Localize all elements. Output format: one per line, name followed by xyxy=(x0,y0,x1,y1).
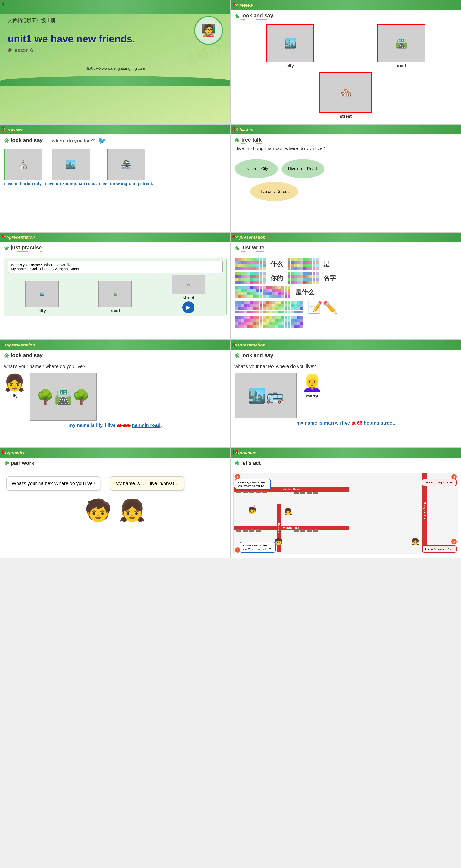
clover-icon-4: ❀ xyxy=(235,137,240,144)
girl-figure: 👧 xyxy=(119,498,146,523)
where-question: where do you live? xyxy=(52,138,95,144)
marry-name: marry xyxy=(306,394,318,399)
cell-5-content: What's your name? Where do you live? My … xyxy=(0,254,230,320)
street-image: 🏘️ xyxy=(319,72,372,113)
char-shisheme: 是什么 xyxy=(295,288,314,297)
clover-icon-9: ❀ xyxy=(4,460,9,467)
num-1: 1 xyxy=(235,474,240,479)
lily-card: 👧 lily xyxy=(4,373,25,399)
clover-icon-5: ❀ xyxy=(4,245,9,251)
bench-3 xyxy=(249,491,254,493)
city-col-5: 🏙️ city xyxy=(25,281,59,313)
bench-11 xyxy=(243,529,248,532)
section-header-10: >>practice xyxy=(231,448,461,458)
cell-number-2: 2 xyxy=(232,2,235,8)
bench-group-1 xyxy=(236,491,267,493)
section-header-7: >>presentation xyxy=(0,340,230,350)
write-block-7 xyxy=(235,316,303,328)
bench-group-4 xyxy=(294,529,318,532)
cartoon-area: 🧒 👧 xyxy=(4,498,226,523)
cell-number-4: 4 xyxy=(232,126,235,132)
cell-10-content: Nanjing Road Wuhan Road Shanghai Street … xyxy=(231,469,461,558)
harbin-caption: i live in harbin city. xyxy=(4,181,42,186)
cell-5: 5 >>presentation ❀ just practise What's … xyxy=(0,232,230,340)
write-row-4: 📝✏️ xyxy=(235,300,457,314)
num-3: 3 xyxy=(235,547,240,553)
cell-2-content: 🏙️ city 🛣️ road 🏘️ street xyxy=(231,22,461,124)
lily-figure: 👧 xyxy=(4,373,25,393)
bench-14 xyxy=(294,529,299,532)
cell-2: 2 >>review ❀ look and say 🏙️ city 🛣️ xyxy=(230,0,461,124)
zhongshan-image: 🏙️ xyxy=(52,149,90,180)
bench-2 xyxy=(243,491,248,493)
bubble-container: I live in… City. I live on… Road. xyxy=(235,159,457,178)
cell-number-7: 7 xyxy=(2,341,5,348)
activity-title-10: ❀ let's act xyxy=(235,460,457,467)
cell-number-10: 10 xyxy=(232,449,238,456)
city-lbl-5: city xyxy=(38,308,46,313)
num-4: 4 xyxy=(452,474,457,479)
section-header-5: >>presentation xyxy=(0,232,230,242)
write-row-5 xyxy=(235,316,457,328)
speech-1: What's your name? Where do you live? xyxy=(6,476,100,491)
activity-title-4: ❀ free talk xyxy=(235,137,457,144)
street-img-5: 🏘️ xyxy=(172,275,205,294)
clover-icon-2: ❀ xyxy=(235,13,240,20)
person-figure-2: 👧 xyxy=(284,508,293,516)
cell-number-1: 1 xyxy=(2,2,5,8)
write-block-2 xyxy=(287,258,318,270)
lesson-label: ❀ lesson 6 xyxy=(8,47,223,53)
section-header-4: >>lead-in xyxy=(231,125,461,134)
dialogue-1: Hello, Lily. I want to see you. Where do… xyxy=(235,479,271,490)
city-image: 🏙️ xyxy=(266,24,314,62)
zhongshan-caption: i live on zhongshan road. xyxy=(45,181,97,186)
cell-number-8: 8 xyxy=(232,341,235,348)
write-row-3: 是什么 xyxy=(235,286,457,298)
street-label: street xyxy=(340,114,351,119)
bench-8 xyxy=(307,492,312,494)
answer-8: my name is marry. i live at 66 heping st… xyxy=(235,420,457,426)
bench-7 xyxy=(300,492,305,494)
write-block-4 xyxy=(287,272,318,284)
nanmin: nanmin road xyxy=(132,423,161,428)
clover-icon-8: ❀ xyxy=(235,352,240,359)
strike-at-8: at 66 xyxy=(351,420,362,426)
road-col: 🛣️ road xyxy=(377,24,425,68)
section-header-9: >>practice xyxy=(0,448,230,458)
person-figure-4: 👧 xyxy=(411,537,420,546)
activity-title-2: ❀ look and say xyxy=(235,12,457,20)
cell-8: 8 >>presentation ❀ look and say what's y… xyxy=(230,340,461,447)
bench-group-3 xyxy=(236,529,261,532)
practice-box: What's your name? Where do you live? My … xyxy=(4,258,226,316)
street-col: 🏘️ street xyxy=(319,72,372,119)
bubble-3: I live on… Street. xyxy=(250,182,298,201)
play-button[interactable]: ▶ xyxy=(183,302,194,313)
harbin-col: ⛪ i live in harbin city. xyxy=(4,149,42,186)
bench-1 xyxy=(236,491,241,493)
bench-10 xyxy=(236,529,241,532)
cell-3-content: ⛪ i live in harbin city. 🏙️ i live on zh… xyxy=(0,147,230,189)
bench-15 xyxy=(300,529,305,532)
activity-title-5: ❀ just practise xyxy=(4,245,226,252)
bubble-2: I live on… Road. xyxy=(281,159,325,178)
activity-title-6: ❀ just write xyxy=(235,245,457,252)
bubble-container-2: I live on… Street. xyxy=(235,182,457,201)
city-col: 🏙️ city xyxy=(266,24,314,68)
cell-3: 3 >>review ❀ look and say where do you l… xyxy=(0,124,230,232)
harbin-image: ⛪ xyxy=(4,149,42,180)
street-col-5: 🏘️ street xyxy=(172,275,205,300)
cell-8-content: what's your name? where do you live? 🏙️🚌… xyxy=(231,361,461,428)
write-block-5 xyxy=(235,286,290,298)
char-nide: 你的 xyxy=(270,274,283,282)
cell-4: 4 >>lead-in ❀ free talk i live in zhongh… xyxy=(230,124,461,232)
strike-at: at 339 xyxy=(117,423,130,428)
write-row-1: for(let i=0;i<40;i++) document.write('<d… xyxy=(235,258,457,270)
main-title: unit1 we have new friends. xyxy=(8,33,223,45)
section-header-6: >>presentation xyxy=(231,232,461,242)
bench-16 xyxy=(307,529,312,532)
clover-icon-6: ❀ xyxy=(235,245,240,251)
cell-number-9: 9 xyxy=(2,449,5,456)
activity-title-8: ❀ look and say xyxy=(235,352,457,360)
activity-title-9: ❀ pair work xyxy=(4,460,226,467)
speech-row: What's your name? Where do you live? My … xyxy=(4,474,226,493)
